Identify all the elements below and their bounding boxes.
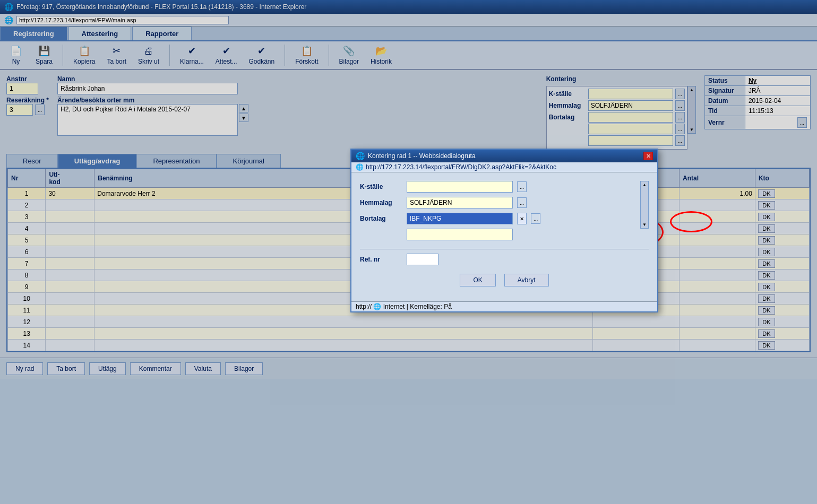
modal-kstalle-input[interactable] bbox=[407, 181, 513, 193]
modal-body: K-ställe ... Hemmalag ... Bortalag ✕ ... bbox=[351, 172, 657, 301]
modal-statusbar: http:// 🌐 Internet | Kernelläge: På bbox=[351, 301, 657, 311]
modal-hemmalag-dots[interactable]: ... bbox=[517, 197, 527, 208]
modal-extra-row bbox=[360, 229, 638, 240]
modal-refnr-label: Ref. nr bbox=[360, 256, 402, 263]
modal-titlebar: 🌐 Kontering rad 1 -- Webbsidedialogruta … bbox=[351, 150, 657, 162]
modal-close-button[interactable]: ✕ bbox=[643, 152, 653, 160]
modal-globe-icon: 🌐 bbox=[356, 163, 364, 171]
modal-button-row: OK Avbryt bbox=[360, 274, 649, 286]
modal-refnr-row: Ref. nr bbox=[360, 254, 649, 265]
modal-url: http://172.17.223.14/flexportal/FRW/DlgD… bbox=[366, 163, 556, 171]
modal-kstalle-dots[interactable]: ... bbox=[517, 181, 527, 192]
modal-scrollbar[interactable]: ▲ ▼ bbox=[640, 181, 649, 229]
modal-bortalag-row: Bortalag ✕ ... bbox=[360, 213, 638, 224]
modal-separator bbox=[360, 249, 649, 249]
modal-hemmalag-row: Hemmalag ... bbox=[360, 197, 638, 208]
modal-ie-icon: 🌐 bbox=[356, 152, 365, 160]
modal-window: 🌐 Kontering rad 1 -- Webbsidedialogruta … bbox=[350, 149, 658, 312]
modal-bortalag-dots[interactable]: ... bbox=[531, 213, 540, 224]
modal-title: Kontering rad 1 -- Webbsidedialogruta bbox=[368, 152, 476, 160]
modal-kstalle-row: K-ställe ... bbox=[360, 181, 638, 193]
modal-refnr-input[interactable] bbox=[407, 254, 438, 265]
modal-hemmalag-label: Hemmalag bbox=[360, 199, 402, 206]
modal-address-bar: 🌐 http://172.17.223.14/flexportal/FRW/Dl… bbox=[351, 162, 657, 172]
modal-statusbar-text: http:// 🌐 Internet | Kernelläge: På bbox=[356, 303, 452, 310]
modal-bortalag-label: Bortalag bbox=[360, 215, 402, 222]
modal-ok-button[interactable]: OK bbox=[460, 274, 495, 286]
modal-scroll-down[interactable]: ▼ bbox=[642, 222, 647, 227]
modal-kstalle-label: K-ställe bbox=[360, 183, 402, 190]
highlight-ellipse-dk bbox=[670, 211, 712, 232]
modal-bortalag-input[interactable] bbox=[407, 213, 513, 224]
modal-scroll-up[interactable]: ▲ bbox=[642, 183, 647, 187]
modal-extra-input[interactable] bbox=[407, 229, 513, 240]
modal-hemmalag-input[interactable] bbox=[407, 197, 513, 208]
modal-bortalag-clear[interactable]: ✕ bbox=[517, 213, 527, 224]
modal-cancel-button[interactable]: Avbryt bbox=[504, 274, 549, 286]
modal-overlay: 🌐 Kontering rad 1 -- Webbsidedialogruta … bbox=[0, 0, 817, 504]
